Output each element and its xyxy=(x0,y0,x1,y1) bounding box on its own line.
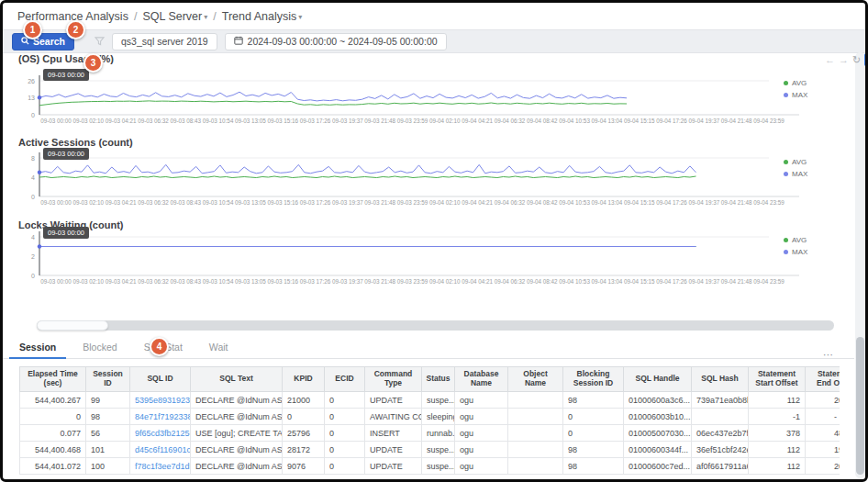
column-header[interactable]: ECID xyxy=(325,367,365,392)
cpu-usage-plot[interactable]: 0132609-03 00:0009-03 02:1009-03 04:2109… xyxy=(3,52,868,137)
chart-tooltip: 09-03 00:00 xyxy=(43,69,89,81)
column-header[interactable]: Database Name xyxy=(455,367,508,392)
x-tick-label: 09-03 02:10 xyxy=(73,199,105,206)
table-cell: 0 xyxy=(325,409,365,425)
x-tick-label: 09-03 21:48 xyxy=(364,199,395,206)
locks-waiting-plot[interactable]: 02409-03 00:0009-03 02:1009-03 04:2109-0… xyxy=(3,219,868,307)
column-header[interactable]: Blocking Session ID xyxy=(563,367,624,392)
date-range-picker[interactable]: 2024-09-03 00:00:00 ~ 2024-09-05 00:00:0… xyxy=(225,33,447,50)
server-selector[interactable]: qs3_sql server 2019 xyxy=(112,33,217,50)
x-tick-label: 09-04 08:42 xyxy=(527,118,558,124)
column-header[interactable]: Session ID xyxy=(86,367,130,392)
table-row[interactable]: 544,400.267995395e8931923c6...DECLARE @I… xyxy=(20,392,840,409)
table-cell: 544,401.072 xyxy=(20,458,86,475)
column-header[interactable]: Elapsed Time (sec) xyxy=(20,367,86,392)
column-header[interactable]: Statement Start Offset xyxy=(749,367,806,392)
tab-wait[interactable]: Wait xyxy=(199,335,239,358)
breadcrumb-item[interactable]: SQL Server▾ xyxy=(142,10,207,23)
x-tick-label: 09-03 19:37 xyxy=(332,118,363,124)
table-cell: 01000600a3c6... xyxy=(624,392,692,409)
x-tick-label: 09-04 06:32 xyxy=(495,118,526,124)
sql-id-link[interactable]: 5395e8931923c6... xyxy=(130,392,191,409)
table-row[interactable]: 544,401.072100f78c1f3ee7d1d54...DECLARE … xyxy=(20,458,840,475)
horizontal-scrollbar[interactable] xyxy=(37,320,834,331)
column-header[interactable]: SQL Text xyxy=(191,367,283,392)
table-cell xyxy=(508,425,563,442)
x-tick-label: 09-03 13:05 xyxy=(235,199,266,206)
y-tick-label: 13 xyxy=(28,95,35,101)
table-cell: suspe... xyxy=(422,458,455,475)
vertical-scrollbar[interactable] xyxy=(855,52,865,478)
column-header[interactable]: Status xyxy=(422,367,455,392)
y-tick-label: 4 xyxy=(31,234,35,241)
x-tick-label: 09-03 23:59 xyxy=(397,278,428,285)
table-cell: 544,400.267 xyxy=(20,392,86,409)
chart-prev-icon[interactable]: ← xyxy=(825,54,835,66)
search-button[interactable]: Search xyxy=(12,33,74,50)
chart-locks-waiting: Locks Waiting (count) 09-03 00:00 AVG MA… xyxy=(3,219,868,307)
x-tick-label: 09-03 15:16 xyxy=(267,118,298,124)
x-tick-label: 09-04 23:59 xyxy=(753,278,785,285)
sql-id-link[interactable]: f78c1f3ee7d1d54... xyxy=(130,458,191,475)
x-tick-label: 09-03 23:59 xyxy=(397,199,428,206)
x-tick-label: 09-04 15:15 xyxy=(624,278,655,285)
table-cell: 112 xyxy=(749,458,806,475)
annotation-badge-2: 2 xyxy=(66,20,85,39)
app-window: Performance Analysis/SQL Server▾/Trend A… xyxy=(0,0,868,482)
table-cell: 98 xyxy=(86,409,130,425)
tab-blocked[interactable]: Blocked xyxy=(72,335,127,358)
chart-next-icon[interactable]: → xyxy=(839,54,849,66)
column-header[interactable]: SQL ID xyxy=(130,367,191,392)
table-cell: 21000 xyxy=(283,392,325,409)
x-tick-label: 09-03 13:05 xyxy=(235,118,266,124)
table-cell: ogu xyxy=(455,458,508,475)
column-header[interactable]: Statement End Offset xyxy=(806,367,840,392)
table-cell: 112 xyxy=(749,392,806,409)
column-header[interactable]: SQL Handle xyxy=(624,367,692,392)
x-tick-label: 09-03 15:16 xyxy=(267,278,298,285)
chart-refresh-icon[interactable]: ↻ xyxy=(852,54,861,66)
table-row[interactable]: 09884e71f71923383...DECLARE @IdNum AS IN… xyxy=(20,409,840,425)
x-tick-label: 09-04 17:26 xyxy=(656,118,687,124)
table-cell: 101 xyxy=(86,442,130,458)
table-cell: 98 xyxy=(563,458,624,475)
x-tick-label: 09-03 04:21 xyxy=(106,199,137,206)
x-tick-label: 09-03 06:32 xyxy=(138,278,169,285)
breadcrumb-item[interactable]: Trend Analysis▾ xyxy=(222,10,303,23)
table-cell: ogu xyxy=(455,392,508,409)
first-point-dot xyxy=(38,244,41,248)
x-tick-label: 09-03 21:48 xyxy=(364,278,395,285)
column-header[interactable]: KPID xyxy=(283,367,325,392)
table-cell xyxy=(508,458,563,475)
search-toolbar: Search qs3_sql server 2019 2024-09-03 00… xyxy=(3,29,865,53)
y-tick-label: 8 xyxy=(31,155,35,162)
y-tick-label: 0 xyxy=(31,194,35,200)
horizontal-scrollbar-thumb[interactable] xyxy=(37,320,108,331)
x-tick-label: 09-03 13:05 xyxy=(235,278,266,285)
column-header[interactable]: Object Name xyxy=(508,367,563,392)
x-tick-label: 09-04 21:48 xyxy=(721,118,752,124)
filter-icon[interactable] xyxy=(95,33,105,50)
table-options-icon[interactable]: ⋯ xyxy=(823,349,834,361)
chart-zoom-button[interactable] xyxy=(864,53,868,66)
x-tick-label: 09-04 13:04 xyxy=(592,118,623,124)
table-cell: 378 xyxy=(749,425,806,442)
sql-id-link[interactable]: 9f65cd3fb212562... xyxy=(130,425,191,442)
annotation-badge-4: 4 xyxy=(150,337,169,356)
active-sessions-plot[interactable]: 04809-03 00:0009-03 02:1009-03 04:2109-0… xyxy=(3,136,868,222)
table-row[interactable]: 544,400.468101d45c6f116901cef...DECLARE … xyxy=(20,442,840,458)
tab-session[interactable]: Session xyxy=(9,335,66,358)
table-cell: 56 xyxy=(86,425,130,442)
sql-id-link[interactable]: 84e71f71923383... xyxy=(130,409,191,425)
column-header[interactable]: SQL Hash xyxy=(692,367,749,392)
table-cell: 0 xyxy=(325,425,365,442)
x-tick-label: 09-03 06:32 xyxy=(138,199,169,206)
vertical-scrollbar-thumb[interactable] xyxy=(856,337,864,475)
sql-id-link[interactable]: d45c6f116901cef... xyxy=(130,442,191,458)
table-row[interactable]: 0.077569f65cd3fb212562...USE [ogu]; CREA… xyxy=(20,425,840,442)
column-header[interactable]: Command Type xyxy=(365,367,422,392)
x-tick-label: 09-03 02:10 xyxy=(73,118,105,124)
table-cell: AWAITING COM... xyxy=(365,409,422,425)
chart-tooltip: 09-03 00:00 xyxy=(43,227,89,239)
session-table: Elapsed Time (sec)Session IDSQL IDSQL Te… xyxy=(19,366,840,475)
